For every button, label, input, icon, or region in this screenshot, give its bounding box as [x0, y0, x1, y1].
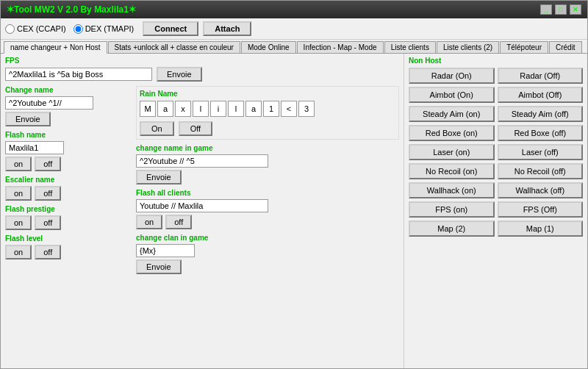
flash-all-buttons: on off: [136, 215, 399, 229]
flash-all-off-button[interactable]: off: [165, 215, 192, 229]
non-host-grid: Radar (On) Radar (Off) Aimbot (On) Aimbo…: [409, 68, 583, 237]
change-name-envoie-button[interactable]: Envoie: [5, 112, 51, 126]
tab-liste-clients-2[interactable]: Liste clients (2): [437, 41, 499, 53]
fps-label: FPS: [5, 57, 399, 65]
rain-name-section: Rain Name M a x l i l a 1 < 3: [136, 86, 399, 140]
tab-telepoteur[interactable]: Télépoteur: [500, 41, 548, 53]
change-name-input[interactable]: [5, 96, 93, 110]
rain-char-7: 1: [263, 101, 279, 117]
maximize-button[interactable]: □: [555, 4, 567, 15]
change-name-section: Change name Envoie: [5, 86, 130, 126]
rain-char-1: a: [157, 101, 173, 117]
two-col-layout: Change name Envoie Flash name on off: [5, 86, 399, 279]
change-name-game-input[interactable]: [136, 154, 268, 168]
flash-prestige-off-button[interactable]: off: [35, 215, 61, 230]
change-name-game-envoie-button[interactable]: Envoie: [136, 170, 182, 184]
rain-char-5: l: [228, 101, 244, 117]
flash-prestige-section: Flash prestige on off: [5, 205, 130, 230]
escalier-on-button[interactable]: on: [5, 186, 32, 201]
tabs-row: name changeur + Non Host Stats +unlock a…: [1, 40, 587, 54]
flash-name-on-button[interactable]: on: [5, 157, 32, 171]
cex-radio[interactable]: [5, 24, 15, 34]
flash-level-label: Flash level: [5, 234, 130, 243]
change-clan-section: change clan in game Envoie: [136, 234, 399, 274]
flash-level-buttons: on off: [5, 245, 130, 259]
radio-group: CEX (CCAPI) DEX (TMAPI): [5, 24, 134, 34]
rain-chars: M a x l i l a 1 < 3: [140, 101, 395, 117]
fps-on-button[interactable]: FPS (on): [409, 201, 495, 218]
title-bar: ✶Tool MW2 V 2.0 By Maxlila1✶ _ □ ✕: [1, 1, 587, 18]
rain-char-8: <: [281, 101, 297, 117]
laser-on-button[interactable]: Laser (on): [409, 144, 495, 160]
rain-on-button[interactable]: On: [140, 121, 174, 136]
change-clan-label: change clan in game: [136, 234, 399, 242]
aimbot-off-button[interactable]: Aimbot (Off): [498, 87, 584, 103]
escalier-off-button[interactable]: off: [35, 186, 61, 201]
aimbot-on-button[interactable]: Aimbot (On): [409, 87, 495, 103]
rain-name-label: Rain Name: [140, 90, 395, 98]
change-clan-input[interactable]: [136, 244, 195, 257]
right-panel: Non Host Radar (On) Radar (Off) Aimbot (…: [404, 54, 587, 368]
tab-mode-online[interactable]: Mode Online: [241, 41, 296, 53]
flash-all-section: Flash all clients on off: [136, 189, 399, 229]
flash-name-input[interactable]: [5, 141, 64, 154]
map-1-button[interactable]: Map (1): [498, 221, 584, 237]
no-recoil-off-button[interactable]: No Recoil (off): [498, 163, 584, 179]
change-name-game-label: change name in game: [136, 144, 399, 152]
tab-liste-clients[interactable]: Liste clients: [384, 41, 436, 53]
rain-char-9: 3: [298, 101, 315, 117]
window-controls: _ □ ✕: [540, 4, 581, 15]
wallhack-on-button[interactable]: Wallhack (on): [409, 182, 495, 198]
minimize-button[interactable]: _: [540, 4, 552, 15]
tab-name-changer[interactable]: name changeur + Non Host: [4, 41, 107, 54]
rain-char-2: x: [175, 101, 191, 117]
red-boxe-off-button[interactable]: Red Boxe (off): [498, 125, 584, 141]
fps-off-button[interactable]: FPS (Off): [498, 201, 584, 218]
rain-char-0: M: [140, 101, 156, 117]
flash-prestige-label: Flash prestige: [5, 205, 130, 213]
tab-credit[interactable]: Crédit: [549, 41, 582, 53]
flash-name-section: Flash name on off: [5, 131, 130, 171]
connection-row: CEX (CCAPI) DEX (TMAPI) Connect Attach: [1, 18, 587, 40]
flash-level-on-button[interactable]: on: [5, 245, 32, 259]
tab-infection[interactable]: Infection - Map - Mode: [297, 41, 384, 53]
cex-radio-label[interactable]: CEX (CCAPI): [5, 24, 66, 34]
attach-button[interactable]: Attach: [203, 21, 251, 36]
no-recoil-on-button[interactable]: No Recoil (on): [409, 163, 495, 179]
change-clan-envoie-button[interactable]: Envoie: [136, 259, 182, 274]
radar-on-button[interactable]: Radar (On): [409, 68, 495, 84]
dex-label: DEX (TMAPI): [85, 24, 135, 33]
radar-off-button[interactable]: Radar (Off): [498, 68, 584, 84]
laser-off-button[interactable]: Laser (off): [498, 144, 584, 160]
middle-col: Rain Name M a x l i l a 1 < 3: [136, 86, 399, 279]
connect-button[interactable]: Connect: [143, 21, 198, 36]
fps-row: Envoie: [5, 67, 399, 82]
flash-all-label: Flash all clients: [136, 189, 399, 197]
flash-level-section: Flash level on off: [5, 234, 130, 259]
flash-all-on-button[interactable]: on: [136, 215, 162, 229]
flash-name-off-button[interactable]: off: [35, 157, 61, 171]
escalier-label: Escalier name: [5, 176, 130, 184]
rain-char-3: l: [193, 101, 209, 117]
wallhack-off-button[interactable]: Wallhack (off): [498, 182, 584, 198]
rain-off-button[interactable]: Off: [179, 121, 212, 136]
left-panel: FPS Envoie Change name Envoie: [1, 54, 404, 368]
close-button[interactable]: ✕: [570, 4, 581, 15]
dex-radio[interactable]: [74, 24, 83, 34]
steady-aim-off-button[interactable]: Steady Aim (off): [498, 106, 584, 122]
non-host-label: Non Host: [409, 57, 583, 65]
flash-prestige-on-button[interactable]: on: [5, 215, 32, 230]
escalier-section: Escalier name on off: [5, 176, 130, 201]
flash-level-off-button[interactable]: off: [35, 245, 61, 259]
red-boxe-on-button[interactable]: Red Boxe (on): [409, 125, 495, 141]
steady-aim-on-button[interactable]: Steady Aim (on): [409, 106, 495, 122]
change-name-label: Change name: [5, 86, 130, 94]
dex-radio-label[interactable]: DEX (TMAPI): [74, 24, 135, 34]
map-2-button[interactable]: Map (2): [409, 221, 495, 237]
flash-all-input[interactable]: [136, 199, 268, 212]
fps-input[interactable]: [5, 68, 152, 81]
fps-section: FPS Envoie: [5, 57, 399, 82]
tab-stats[interactable]: Stats +unlock all + classe en couleur: [108, 41, 240, 53]
fps-envoie-button[interactable]: Envoie: [157, 67, 202, 82]
change-name-game-section: change name in game Envoie: [136, 144, 399, 184]
